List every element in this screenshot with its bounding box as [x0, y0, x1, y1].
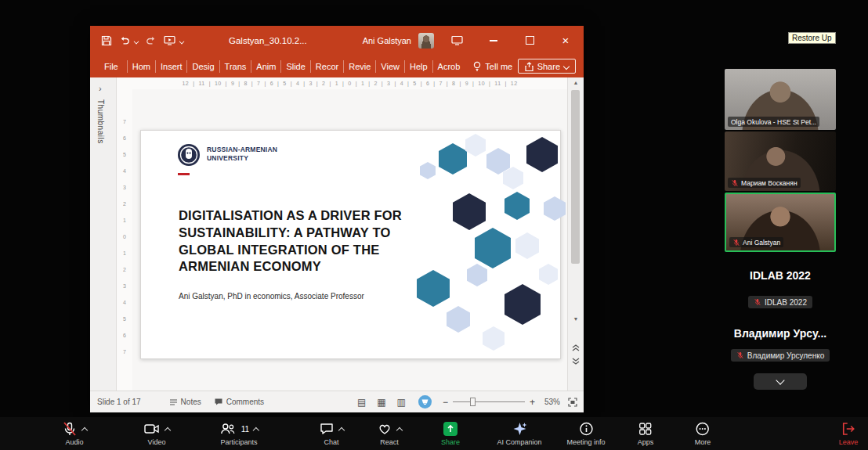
- account-avatar[interactable]: [418, 33, 434, 49]
- zoom-out-button[interactable]: −: [443, 397, 448, 408]
- participant-video-ani-active-speaker[interactable]: Ani Galstyan: [725, 193, 836, 252]
- tab-acrobat[interactable]: Acrob: [432, 60, 465, 73]
- ai-sparkle-icon: [512, 421, 527, 437]
- quick-access-dropdown-icon[interactable]: [179, 38, 185, 44]
- video-button[interactable]: Video: [143, 421, 170, 446]
- account-name[interactable]: Ani Galstyan: [363, 36, 411, 45]
- react-options-icon[interactable]: [397, 422, 402, 436]
- document-title: Galstyan_30.10.2...: [229, 36, 307, 45]
- notes-label: Notes: [181, 398, 201, 406]
- hexagon-decoration: [420, 162, 436, 179]
- tab-view[interactable]: View: [375, 60, 404, 73]
- start-slideshow-icon[interactable]: [164, 35, 175, 45]
- audio-participant-heading: IDLAB 2022: [725, 269, 836, 282]
- participant-video-olga[interactable]: Olga Okulova - HSE St Pet...: [725, 69, 836, 130]
- lightbulb-icon: [472, 61, 482, 72]
- university-name-line2: UNIVERSITY: [207, 154, 277, 163]
- zoom-toolbar: Audio Video 11 Participants Chat: [0, 417, 868, 450]
- participants-options-icon[interactable]: [254, 422, 259, 436]
- hexagon-decoration: [526, 137, 558, 172]
- comments-button[interactable]: Comments: [214, 398, 264, 406]
- tab-insert[interactable]: Insert: [155, 60, 187, 73]
- react-button[interactable]: React: [377, 421, 402, 446]
- audio-participant-badge: Владимир Урсуленко: [731, 349, 830, 362]
- zoom-in-button[interactable]: +: [530, 397, 535, 408]
- powerpoint-workspace: › Thumbnails 7 6 5 4 3 2 1 0 1 2 3 4 5 6…: [90, 77, 584, 391]
- ai-companion-button[interactable]: AI Companion: [497, 421, 541, 446]
- share-icon: [525, 62, 533, 71]
- tab-animations[interactable]: Anim: [251, 60, 280, 73]
- chat-button[interactable]: Chat: [319, 421, 344, 446]
- mic-muted-icon: [754, 298, 761, 306]
- expand-pane-icon[interactable]: ›: [99, 84, 102, 93]
- maximize-button[interactable]: [512, 26, 548, 55]
- slide-editing-area: 12 | 11 | 10 | 9 | 8 | 7 | 6 | 5 | 4 | 3…: [132, 77, 567, 391]
- meeting-info-button[interactable]: Meeting info: [566, 421, 605, 446]
- tab-transitions[interactable]: Trans: [219, 60, 251, 73]
- logo-accent-dash: [178, 173, 190, 175]
- more-button[interactable]: More: [695, 421, 711, 446]
- zoom-slider[interactable]: [453, 398, 525, 406]
- participants-button[interactable]: 11 Participants: [219, 421, 259, 446]
- participant-name: Ani Galstyan: [743, 239, 780, 247]
- zoom-slider-thumb[interactable]: [470, 398, 476, 406]
- tab-record[interactable]: Recor: [310, 60, 343, 73]
- participant-name-tag: Мариам Восканян: [728, 178, 801, 188]
- chat-options-icon[interactable]: [339, 422, 344, 436]
- participant-video-mariam[interactable]: Мариам Восканян: [725, 131, 836, 191]
- save-icon[interactable]: [101, 35, 112, 46]
- redo-icon[interactable]: [146, 36, 157, 45]
- thumbnails-pane-collapsed[interactable]: › Thumbnails: [90, 77, 117, 391]
- participant-name-tag: Ani Galstyan: [729, 237, 783, 247]
- hexagon-decoration: [505, 192, 530, 220]
- audio-options-icon[interactable]: [82, 422, 87, 436]
- apps-button[interactable]: Apps: [638, 421, 654, 446]
- hexagon-decoration: [475, 228, 511, 268]
- slide-canvas[interactable]: RUSSIAN-ARMENIAN UNIVERSITY: [140, 130, 561, 359]
- tab-slideshow[interactable]: Slide: [280, 60, 309, 73]
- tab-file[interactable]: File: [99, 60, 127, 73]
- vertical-scrollbar[interactable]: ▲ ▼: [567, 77, 584, 391]
- scroll-down-icon[interactable]: ▼: [568, 316, 584, 322]
- share-screen-button[interactable]: Share: [441, 421, 460, 446]
- tab-help[interactable]: Help: [404, 60, 432, 73]
- slideshow-view-button[interactable]: [418, 395, 432, 409]
- leave-button[interactable]: Leave: [839, 421, 859, 446]
- view-switcher: ▤ ▦ ▥: [357, 397, 406, 408]
- slide-sorter-icon[interactable]: ▦: [377, 397, 385, 408]
- next-slide-button[interactable]: [571, 355, 580, 369]
- tell-me-box[interactable]: Tell me: [485, 62, 512, 71]
- mic-muted-icon: [736, 351, 744, 359]
- scroll-up-icon[interactable]: ▲: [568, 80, 584, 85]
- leave-icon: [841, 421, 856, 437]
- powerpoint-statusbar: Slide 1 of 17 Notes Comments ▤ ▦ ▥ − + 5…: [90, 391, 584, 412]
- powerpoint-titlebar: Galstyan_30.10.2... Ani Galstyan ×: [90, 26, 584, 55]
- close-button[interactable]: ×: [548, 26, 584, 55]
- horizontal-ruler: 12 | 11 | 10 | 9 | 8 | 7 | 6 | 5 | 4 | 3…: [132, 77, 567, 89]
- ribbon-share-button[interactable]: Share: [518, 59, 576, 74]
- audio-participant-heading: Владимир Урсу...: [725, 327, 836, 340]
- heart-icon: [377, 421, 392, 437]
- reading-view-icon[interactable]: ▥: [397, 397, 406, 408]
- scrollbar-thumb[interactable]: [571, 90, 580, 264]
- presenter-display-icon[interactable]: [451, 35, 463, 45]
- tab-review[interactable]: Revie: [343, 60, 375, 73]
- chevron-down-icon: [776, 376, 784, 384]
- tab-home[interactable]: Hom: [127, 60, 155, 73]
- mic-muted-icon: [62, 421, 78, 437]
- undo-icon[interactable]: [119, 36, 130, 45]
- video-options-icon[interactable]: [165, 422, 170, 436]
- fit-to-window-icon[interactable]: [568, 398, 577, 407]
- previous-slide-button[interactable]: [571, 340, 580, 355]
- tab-design[interactable]: Desig: [186, 60, 219, 73]
- hexagon-decoration: [505, 284, 541, 325]
- minimize-button[interactable]: [476, 26, 512, 55]
- mic-muted-icon: [732, 239, 740, 247]
- audio-button[interactable]: Audio: [62, 421, 87, 446]
- collapse-panel-button[interactable]: [754, 373, 807, 390]
- zoom-level[interactable]: 53%: [544, 398, 560, 406]
- notes-button[interactable]: Notes: [169, 398, 201, 406]
- slide-author: Ani Galstyan, PhD in economics, Associat…: [179, 292, 364, 301]
- normal-view-icon[interactable]: ▤: [357, 397, 366, 408]
- undo-dropdown-icon[interactable]: [134, 38, 139, 44]
